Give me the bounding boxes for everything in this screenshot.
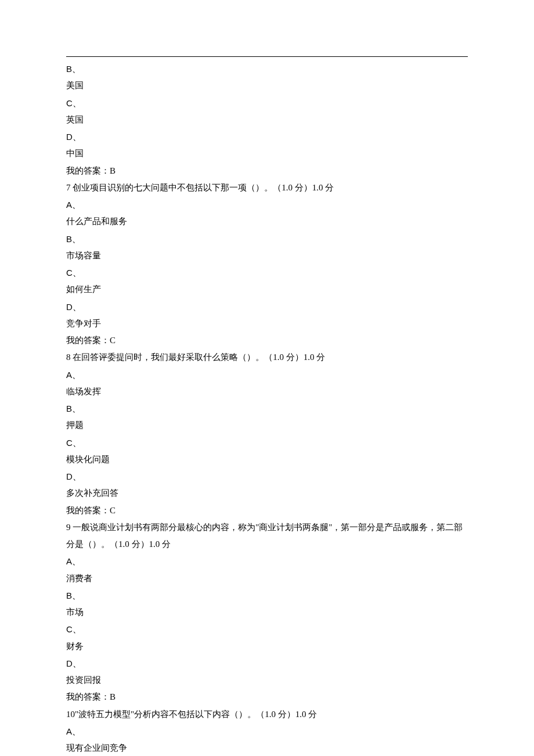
text-line: 我的答案：C — [66, 332, 468, 349]
text-line: 8 在回答评委提问时，我们最好采取什么策略（）。（1.0 分）1.0 分 — [66, 349, 468, 366]
text-line: C、 — [66, 434, 468, 451]
text-line: 押题 — [66, 417, 468, 434]
text-line: 多次补充回答 — [66, 485, 468, 502]
document-page: B、美国C、英国D、中国我的答案：B7 创业项目识别的七大问题中不包括以下那一项… — [0, 0, 534, 756]
text-line: A、 — [66, 723, 468, 740]
text-line: 消费者 — [66, 570, 468, 587]
text-line: 现有企业间竞争 — [66, 740, 468, 756]
text-line: B、 — [66, 60, 468, 77]
text-line: C、 — [66, 264, 468, 281]
text-line: C、 — [66, 95, 468, 111]
text-line: C、 — [66, 621, 468, 638]
text-line: 模块化问题 — [66, 451, 468, 468]
text-line: 临场发挥 — [66, 383, 468, 400]
text-line: 投资回报 — [66, 672, 468, 689]
text-line: B、 — [66, 231, 468, 247]
text-line: D、 — [66, 468, 468, 485]
text-line: 7 创业项目识别的七大问题中不包括以下那一项（）。（1.0 分）1.0 分 — [66, 179, 468, 196]
text-line: B、 — [66, 400, 468, 417]
text-line: B、 — [66, 587, 468, 604]
text-line: 市场 — [66, 604, 468, 621]
text-line: 我的答案：C — [66, 502, 468, 519]
text-line: 美国 — [66, 77, 468, 94]
text-line: D、 — [66, 298, 468, 315]
text-line: 我的答案：B — [66, 163, 468, 179]
text-line: 10"波特五力模型"分析内容不包括以下内容（）。（1.0 分）1.0 分 — [66, 706, 468, 723]
text-line: 我的答案：B — [66, 689, 468, 705]
text-line: 9 一般说商业计划书有两部分最核心的内容，称为"商业计划书两条腿"，第一部分是产… — [66, 519, 468, 553]
text-line: 财务 — [66, 638, 468, 655]
text-line: D、 — [66, 655, 468, 672]
text-line: 如何生产 — [66, 281, 468, 298]
text-line: 竞争对手 — [66, 315, 468, 332]
text-line: A、 — [66, 196, 468, 213]
text-line: 市场容量 — [66, 247, 468, 264]
text-line: A、 — [66, 553, 468, 570]
text-line: A、 — [66, 366, 468, 383]
text-line: D、 — [66, 128, 468, 145]
text-line: 英国 — [66, 111, 468, 128]
text-line: 中国 — [66, 145, 468, 162]
text-line: 什么产品和服务 — [66, 213, 468, 230]
document-body: B、美国C、英国D、中国我的答案：B7 创业项目识别的七大问题中不包括以下那一项… — [66, 60, 468, 756]
header-underline — [66, 56, 468, 57]
